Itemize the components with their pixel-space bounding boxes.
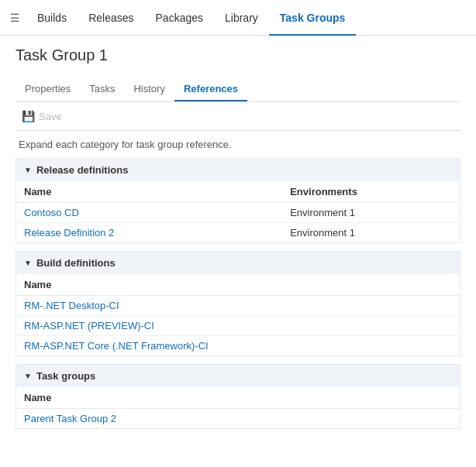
- section-header-release-definitions[interactable]: ▼Release definitions: [16, 159, 460, 181]
- tab-references[interactable]: References: [174, 75, 247, 101]
- save-button[interactable]: 💾 Save: [16, 107, 68, 125]
- ref-link[interactable]: RM-.NET Desktop-CI: [24, 300, 119, 311]
- ref-environment: Environment 1: [282, 203, 460, 223]
- tab-tasks[interactable]: Tasks: [80, 75, 124, 101]
- nav-toggle[interactable]: ☰: [6, 9, 23, 26]
- col-header-environments: Environments: [282, 181, 460, 203]
- ref-table-build-definitions: NameRM-.NET Desktop-CIRM-ASP.NET (PREVIE…: [16, 274, 460, 355]
- col-header-name: Name: [16, 387, 460, 409]
- toolbar: 💾 Save: [16, 102, 460, 131]
- ref-link[interactable]: Parent Task Group 2: [24, 413, 116, 424]
- ref-link[interactable]: RM-ASP.NET Core (.NET Framework)-CI: [24, 340, 209, 352]
- col-header-name: Name: [16, 181, 282, 203]
- col-header-name: Name: [16, 274, 460, 296]
- ref-link[interactable]: Release Definition 2: [24, 227, 114, 239]
- section-build-definitions: ▼Build definitionsNameRM-.NET Desktop-CI…: [16, 251, 460, 356]
- chevron-down-icon: ▼: [24, 259, 32, 267]
- top-nav: ☰ Builds Releases Packages Library Task …: [0, 0, 476, 36]
- table-row: Parent Task Group 2: [16, 409, 460, 429]
- section-release-definitions: ▼Release definitionsNameEnvironmentsCont…: [16, 158, 460, 243]
- nav-item-releases[interactable]: Releases: [78, 0, 144, 36]
- sub-tabs: Properties Tasks History References: [16, 75, 460, 102]
- nav-item-library[interactable]: Library: [214, 0, 269, 36]
- section-body-task-groups: NameParent Task Group 2: [16, 387, 460, 428]
- chevron-down-icon: ▼: [24, 372, 32, 380]
- description-text: Expand each category for task group refe…: [16, 139, 460, 150]
- table-row: RM-.NET Desktop-CI: [16, 296, 460, 316]
- section-label: Task groups: [36, 370, 95, 382]
- section-body-build-definitions: NameRM-.NET Desktop-CIRM-ASP.NET (PREVIE…: [16, 274, 460, 355]
- section-label: Build definitions: [36, 257, 116, 269]
- section-body-release-definitions: NameEnvironmentsContoso CDEnvironment 1R…: [16, 181, 460, 242]
- nav-item-task-groups[interactable]: Task Groups: [269, 0, 357, 36]
- chevron-down-icon: ▼: [24, 166, 32, 174]
- page-content: Task Group 1 Properties Tasks History Re…: [0, 36, 476, 452]
- page-title: Task Group 1: [16, 46, 460, 64]
- table-row: RM-ASP.NET (PREVIEW)-CI: [16, 316, 460, 336]
- ref-environment: Environment 1: [282, 223, 460, 243]
- save-icon: 💾: [22, 110, 35, 122]
- sections-container: ▼Release definitionsNameEnvironmentsCont…: [16, 158, 460, 429]
- ref-table-task-groups: NameParent Task Group 2: [16, 387, 460, 428]
- ref-link[interactable]: Contoso CD: [24, 207, 79, 218]
- tab-properties[interactable]: Properties: [16, 75, 80, 101]
- section-header-build-definitions[interactable]: ▼Build definitions: [16, 252, 460, 274]
- nav-item-builds[interactable]: Builds: [26, 0, 78, 36]
- section-header-task-groups[interactable]: ▼Task groups: [16, 365, 460, 387]
- ref-table-release-definitions: NameEnvironmentsContoso CDEnvironment 1R…: [16, 181, 460, 242]
- table-row: RM-ASP.NET Core (.NET Framework)-CI: [16, 336, 460, 356]
- ref-link[interactable]: RM-ASP.NET (PREVIEW)-CI: [24, 320, 154, 331]
- table-row: Release Definition 2Environment 1: [16, 223, 460, 243]
- save-label: Save: [39, 111, 62, 122]
- nav-item-packages[interactable]: Packages: [145, 0, 214, 36]
- tab-history[interactable]: History: [124, 75, 174, 101]
- section-label: Release definitions: [36, 164, 128, 176]
- section-task-groups: ▼Task groupsNameParent Task Group 2: [16, 364, 460, 429]
- table-row: Contoso CDEnvironment 1: [16, 203, 460, 223]
